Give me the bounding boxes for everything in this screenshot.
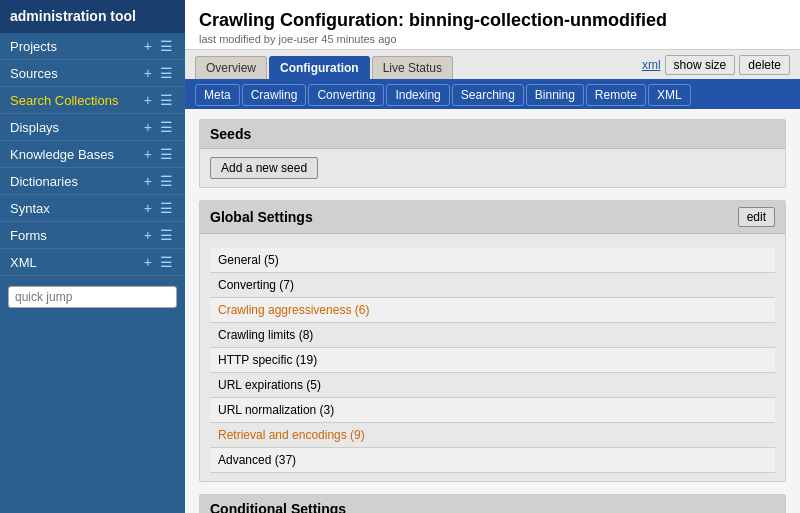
sidebar-menu-icon-xml[interactable]: ☰ [158, 254, 175, 270]
content-area: Seeds Add a new seed Global Settings edi… [185, 109, 800, 513]
sidebar-item-displays[interactable]: Displays + ☰ [0, 114, 185, 141]
sidebar-item-actions-xml: + ☰ [142, 254, 175, 270]
conditional-settings-header: Conditional Settings [200, 495, 785, 513]
sidebar-item-label-dictionaries: Dictionaries [10, 174, 142, 189]
sub-tab-crawling[interactable]: Crawling [242, 84, 307, 106]
sidebar-item-label-syntax: Syntax [10, 201, 142, 216]
action-xml[interactable]: xml [642, 58, 661, 72]
sidebar-item-actions-sources: + ☰ [142, 65, 175, 81]
seeds-section: Seeds Add a new seed [199, 119, 786, 188]
seeds-section-body: Add a new seed [200, 149, 785, 187]
global-settings-title: Global Settings [210, 209, 313, 225]
sidebar-item-forms[interactable]: Forms + ☰ [0, 222, 185, 249]
sidebar-menu-icon-knowledge-bases[interactable]: ☰ [158, 146, 175, 162]
sidebar-item-syntax[interactable]: Syntax + ☰ [0, 195, 185, 222]
sub-tab-indexing[interactable]: Indexing [386, 84, 449, 106]
action-btn-delete[interactable]: delete [739, 55, 790, 75]
seeds-title: Seeds [210, 126, 251, 142]
sidebar-nav: Projects + ☰ Sources + ☰ Search Collecti… [0, 33, 185, 276]
sidebar-item-label-sources: Sources [10, 66, 142, 81]
global-settings-edit-button[interactable]: edit [738, 207, 775, 227]
sidebar-add-icon-sources[interactable]: + [142, 65, 154, 81]
sub-tab-binning[interactable]: Binning [526, 84, 584, 106]
settings-list-item[interactable]: Converting (7) [210, 273, 775, 298]
settings-list-item[interactable]: Retrieval and encodings (9) [210, 423, 775, 448]
sidebar-item-label-search-collections: Search Collections [10, 93, 142, 108]
main-tabs-row: OverviewConfigurationLive Status xmlshow… [185, 50, 800, 81]
sub-tab-remote[interactable]: Remote [586, 84, 646, 106]
sidebar-item-xml[interactable]: XML + ☰ [0, 249, 185, 276]
settings-list-item[interactable]: URL expirations (5) [210, 373, 775, 398]
action-btn-show-size[interactable]: show size [665, 55, 736, 75]
sidebar-item-projects[interactable]: Projects + ☰ [0, 33, 185, 60]
sidebar-add-icon-knowledge-bases[interactable]: + [142, 146, 154, 162]
sidebar-header: administration tool [0, 0, 185, 33]
sidebar-add-icon-xml[interactable]: + [142, 254, 154, 270]
sidebar-add-icon-projects[interactable]: + [142, 38, 154, 54]
sidebar-item-label-xml: XML [10, 255, 142, 270]
sub-tab-searching[interactable]: Searching [452, 84, 524, 106]
global-settings-list: General (5)Converting (7)Crawling aggres… [210, 248, 775, 473]
sidebar-item-search-collections[interactable]: Search Collections + ☰ [0, 87, 185, 114]
tab-configuration[interactable]: Configuration [269, 56, 370, 79]
sidebar-item-dictionaries[interactable]: Dictionaries + ☰ [0, 168, 185, 195]
sub-tab-xml-sub[interactable]: XML [648, 84, 691, 106]
sidebar-menu-icon-search-collections[interactable]: ☰ [158, 92, 175, 108]
sidebar-item-label-knowledge-bases: Knowledge Bases [10, 147, 142, 162]
page-header: Crawling Configuration: binning-collecti… [185, 0, 800, 50]
quick-jump-input[interactable] [8, 286, 177, 308]
global-settings-section: Global Settings edit General (5)Converti… [199, 200, 786, 482]
sidebar-menu-icon-sources[interactable]: ☰ [158, 65, 175, 81]
quick-jump-container [0, 280, 185, 314]
settings-list-item[interactable]: General (5) [210, 248, 775, 273]
sidebar-menu-icon-projects[interactable]: ☰ [158, 38, 175, 54]
settings-list-item[interactable]: Crawling aggressiveness (6) [210, 298, 775, 323]
sub-tab-meta[interactable]: Meta [195, 84, 240, 106]
tab-overview[interactable]: Overview [195, 56, 267, 79]
sidebar-menu-icon-displays[interactable]: ☰ [158, 119, 175, 135]
add-new-seed-button[interactable]: Add a new seed [210, 157, 318, 179]
sub-tabs-row: MetaCrawlingConvertingIndexingSearchingB… [185, 81, 800, 109]
sidebar-item-actions-syntax: + ☰ [142, 200, 175, 216]
seeds-section-header: Seeds [200, 120, 785, 149]
main-content: Crawling Configuration: binning-collecti… [185, 0, 800, 513]
sidebar-item-actions-dictionaries: + ☰ [142, 173, 175, 189]
sidebar-item-actions-search-collections: + ☰ [142, 92, 175, 108]
settings-list-item[interactable]: URL normalization (3) [210, 398, 775, 423]
sidebar-add-icon-forms[interactable]: + [142, 227, 154, 243]
sidebar-item-knowledge-bases[interactable]: Knowledge Bases + ☰ [0, 141, 185, 168]
sidebar-add-icon-search-collections[interactable]: + [142, 92, 154, 108]
tab-live-status[interactable]: Live Status [372, 56, 453, 79]
sub-tab-converting[interactable]: Converting [308, 84, 384, 106]
sidebar-add-icon-displays[interactable]: + [142, 119, 154, 135]
sidebar-item-label-projects: Projects [10, 39, 142, 54]
sidebar-item-sources[interactable]: Sources + ☰ [0, 60, 185, 87]
sidebar-add-icon-dictionaries[interactable]: + [142, 173, 154, 189]
conditional-settings-section: Conditional Settings Add a new condition [199, 494, 786, 513]
sidebar-item-label-forms: Forms [10, 228, 142, 243]
main-tabs-left: OverviewConfigurationLive Status [195, 56, 453, 79]
sidebar: administration tool Projects + ☰ Sources… [0, 0, 185, 513]
sidebar-item-actions-forms: + ☰ [142, 227, 175, 243]
sidebar-menu-icon-forms[interactable]: ☰ [158, 227, 175, 243]
sidebar-item-actions-displays: + ☰ [142, 119, 175, 135]
sidebar-menu-icon-dictionaries[interactable]: ☰ [158, 173, 175, 189]
main-tabs-right: xmlshow sizedelete [642, 55, 790, 79]
global-settings-header: Global Settings edit [200, 201, 785, 234]
settings-list-item[interactable]: Crawling limits (8) [210, 323, 775, 348]
conditional-settings-title: Conditional Settings [210, 501, 346, 513]
sidebar-item-actions-projects: + ☰ [142, 38, 175, 54]
page-title: Crawling Configuration: binning-collecti… [199, 10, 786, 31]
sidebar-item-actions-knowledge-bases: + ☰ [142, 146, 175, 162]
page-subtitle: last modified by joe-user 45 minutes ago [199, 33, 786, 45]
global-settings-body: General (5)Converting (7)Crawling aggres… [200, 234, 785, 481]
settings-list-item[interactable]: HTTP specific (19) [210, 348, 775, 373]
sidebar-item-label-displays: Displays [10, 120, 142, 135]
sidebar-add-icon-syntax[interactable]: + [142, 200, 154, 216]
sidebar-menu-icon-syntax[interactable]: ☰ [158, 200, 175, 216]
settings-list-item[interactable]: Advanced (37) [210, 448, 775, 473]
